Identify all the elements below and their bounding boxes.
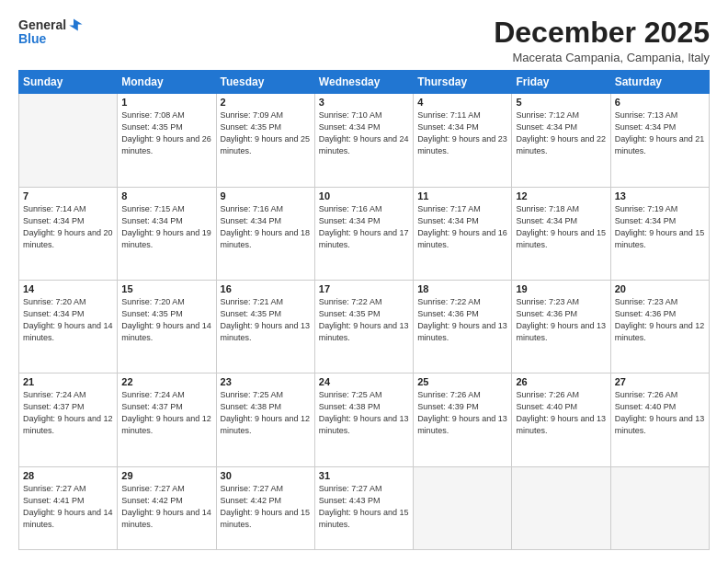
- day-info: Sunrise: 7:25 AMSunset: 4:38 PMDaylight:…: [221, 389, 311, 437]
- calendar-day-cell: 10Sunrise: 7:16 AMSunset: 4:34 PMDayligh…: [314, 187, 413, 280]
- logo-general-text: General: [18, 17, 66, 32]
- day-info: Sunrise: 7:11 AMSunset: 4:34 PMDaylight:…: [417, 109, 507, 157]
- day-info: Sunrise: 7:17 AMSunset: 4:34 PMDaylight:…: [417, 203, 507, 251]
- calendar-day-cell: [414, 466, 512, 550]
- day-number: 18: [417, 283, 507, 294]
- calendar-day-cell: 2Sunrise: 7:09 AMSunset: 4:35 PMDaylight…: [216, 94, 314, 187]
- day-info: Sunrise: 7:10 AMSunset: 4:34 PMDaylight:…: [319, 109, 409, 157]
- calendar-day-cell: 5Sunrise: 7:12 AMSunset: 4:34 PMDaylight…: [512, 94, 610, 187]
- day-number: 4: [417, 97, 507, 108]
- calendar-day-cell: 23Sunrise: 7:25 AMSunset: 4:38 PMDayligh…: [216, 373, 314, 466]
- calendar-day-cell: 17Sunrise: 7:22 AMSunset: 4:35 PMDayligh…: [314, 280, 413, 373]
- title-block: December 2025 Macerata Campania, Campani…: [494, 17, 710, 64]
- calendar-day-cell: 31Sunrise: 7:27 AMSunset: 4:43 PMDayligh…: [314, 466, 413, 550]
- calendar-day-cell: 4Sunrise: 7:11 AMSunset: 4:34 PMDaylight…: [414, 94, 512, 187]
- day-info: Sunrise: 7:27 AMSunset: 4:42 PMDaylight:…: [221, 483, 311, 531]
- day-info: Sunrise: 7:13 AMSunset: 4:34 PMDaylight:…: [615, 109, 705, 157]
- day-number: 21: [23, 376, 113, 387]
- day-info: Sunrise: 7:20 AMSunset: 4:35 PMDaylight:…: [121, 296, 211, 344]
- day-number: 15: [121, 283, 211, 294]
- day-info: Sunrise: 7:21 AMSunset: 4:35 PMDaylight:…: [221, 296, 311, 344]
- day-info: Sunrise: 7:24 AMSunset: 4:37 PMDaylight:…: [23, 389, 113, 437]
- day-number: 16: [221, 283, 311, 294]
- calendar-day-cell: [19, 94, 118, 187]
- day-info: Sunrise: 7:09 AMSunset: 4:35 PMDaylight:…: [221, 109, 311, 157]
- day-number: 11: [417, 190, 507, 201]
- day-number: 22: [121, 376, 211, 387]
- day-number: 1: [121, 97, 211, 108]
- calendar-day-cell: 20Sunrise: 7:23 AMSunset: 4:36 PMDayligh…: [610, 280, 709, 373]
- calendar-week-row: 7Sunrise: 7:14 AMSunset: 4:34 PMDaylight…: [19, 187, 710, 280]
- day-info: Sunrise: 7:14 AMSunset: 4:34 PMDaylight:…: [23, 203, 113, 251]
- day-number: 12: [516, 190, 606, 201]
- day-number: 8: [121, 190, 211, 201]
- calendar-header-row: SundayMondayTuesdayWednesdayThursdayFrid…: [19, 71, 710, 94]
- header: General Blue December 2025 Macerata Camp…: [18, 17, 710, 64]
- calendar-week-row: 21Sunrise: 7:24 AMSunset: 4:37 PMDayligh…: [19, 373, 710, 466]
- day-number: 19: [516, 283, 606, 294]
- calendar-col-header: Friday: [512, 71, 610, 94]
- svg-marker-0: [69, 18, 82, 30]
- logo-blue-text: Blue: [18, 31, 46, 46]
- calendar-day-cell: 30Sunrise: 7:27 AMSunset: 4:42 PMDayligh…: [216, 466, 314, 550]
- calendar-day-cell: 13Sunrise: 7:19 AMSunset: 4:34 PMDayligh…: [610, 187, 709, 280]
- day-number: 25: [417, 376, 507, 387]
- day-number: 31: [319, 470, 409, 481]
- calendar-day-cell: 8Sunrise: 7:15 AMSunset: 4:34 PMDaylight…: [118, 187, 216, 280]
- calendar-day-cell: 12Sunrise: 7:18 AMSunset: 4:34 PMDayligh…: [512, 187, 610, 280]
- calendar-day-cell: 25Sunrise: 7:26 AMSunset: 4:39 PMDayligh…: [414, 373, 512, 466]
- day-number: 23: [221, 376, 311, 387]
- calendar-day-cell: 29Sunrise: 7:27 AMSunset: 4:42 PMDayligh…: [118, 466, 216, 550]
- day-info: Sunrise: 7:18 AMSunset: 4:34 PMDaylight:…: [516, 203, 606, 251]
- calendar-day-cell: 24Sunrise: 7:25 AMSunset: 4:38 PMDayligh…: [314, 373, 413, 466]
- calendar-day-cell: 11Sunrise: 7:17 AMSunset: 4:34 PMDayligh…: [414, 187, 512, 280]
- calendar-day-cell: 21Sunrise: 7:24 AMSunset: 4:37 PMDayligh…: [19, 373, 118, 466]
- calendar-table: SundayMondayTuesdayWednesdayThursdayFrid…: [18, 70, 710, 550]
- day-number: 26: [516, 376, 606, 387]
- calendar-day-cell: 14Sunrise: 7:20 AMSunset: 4:34 PMDayligh…: [19, 280, 118, 373]
- calendar-day-cell: 3Sunrise: 7:10 AMSunset: 4:34 PMDaylight…: [314, 94, 413, 187]
- calendar-col-header: Wednesday: [314, 71, 413, 94]
- day-info: Sunrise: 7:20 AMSunset: 4:34 PMDaylight:…: [23, 296, 113, 344]
- calendar-day-cell: 27Sunrise: 7:26 AMSunset: 4:40 PMDayligh…: [610, 373, 709, 466]
- logo: General Blue: [18, 17, 85, 46]
- day-info: Sunrise: 7:26 AMSunset: 4:40 PMDaylight:…: [615, 389, 705, 437]
- day-number: 5: [516, 97, 606, 108]
- calendar-week-row: 28Sunrise: 7:27 AMSunset: 4:41 PMDayligh…: [19, 466, 710, 550]
- calendar-day-cell: 16Sunrise: 7:21 AMSunset: 4:35 PMDayligh…: [216, 280, 314, 373]
- calendar-day-cell: 19Sunrise: 7:23 AMSunset: 4:36 PMDayligh…: [512, 280, 610, 373]
- calendar-col-header: Tuesday: [216, 71, 314, 94]
- day-number: 2: [221, 97, 311, 108]
- calendar-day-cell: 9Sunrise: 7:16 AMSunset: 4:34 PMDaylight…: [216, 187, 314, 280]
- day-info: Sunrise: 7:26 AMSunset: 4:39 PMDaylight:…: [417, 389, 507, 437]
- day-number: 13: [615, 190, 705, 201]
- day-number: 7: [23, 190, 113, 201]
- day-info: Sunrise: 7:19 AMSunset: 4:34 PMDaylight:…: [615, 203, 705, 251]
- day-number: 30: [221, 470, 311, 481]
- month-title: December 2025: [494, 17, 710, 49]
- calendar-day-cell: 6Sunrise: 7:13 AMSunset: 4:34 PMDaylight…: [610, 94, 709, 187]
- calendar-day-cell: 22Sunrise: 7:24 AMSunset: 4:37 PMDayligh…: [118, 373, 216, 466]
- day-info: Sunrise: 7:16 AMSunset: 4:34 PMDaylight:…: [221, 203, 311, 251]
- day-number: 6: [615, 97, 705, 108]
- day-number: 29: [121, 470, 211, 481]
- calendar-day-cell: [512, 466, 610, 550]
- calendar-week-row: 14Sunrise: 7:20 AMSunset: 4:34 PMDayligh…: [19, 280, 710, 373]
- location-subtitle: Macerata Campania, Campania, Italy: [494, 51, 710, 64]
- day-info: Sunrise: 7:27 AMSunset: 4:42 PMDaylight:…: [121, 483, 211, 531]
- calendar-day-cell: 15Sunrise: 7:20 AMSunset: 4:35 PMDayligh…: [118, 280, 216, 373]
- calendar-col-header: Monday: [118, 71, 216, 94]
- day-info: Sunrise: 7:22 AMSunset: 4:36 PMDaylight:…: [417, 296, 507, 344]
- day-number: 24: [319, 376, 409, 387]
- logo-icon: [68, 17, 85, 33]
- calendar-day-cell: 28Sunrise: 7:27 AMSunset: 4:41 PMDayligh…: [19, 466, 118, 550]
- day-number: 14: [23, 283, 113, 294]
- page: General Blue December 2025 Macerata Camp…: [0, 0, 728, 563]
- day-info: Sunrise: 7:15 AMSunset: 4:34 PMDaylight:…: [121, 203, 211, 251]
- day-info: Sunrise: 7:22 AMSunset: 4:35 PMDaylight:…: [319, 296, 409, 344]
- day-number: 9: [221, 190, 311, 201]
- day-info: Sunrise: 7:16 AMSunset: 4:34 PMDaylight:…: [319, 203, 409, 251]
- calendar-col-header: Sunday: [19, 71, 118, 94]
- day-info: Sunrise: 7:12 AMSunset: 4:34 PMDaylight:…: [516, 109, 606, 157]
- day-info: Sunrise: 7:25 AMSunset: 4:38 PMDaylight:…: [319, 389, 409, 437]
